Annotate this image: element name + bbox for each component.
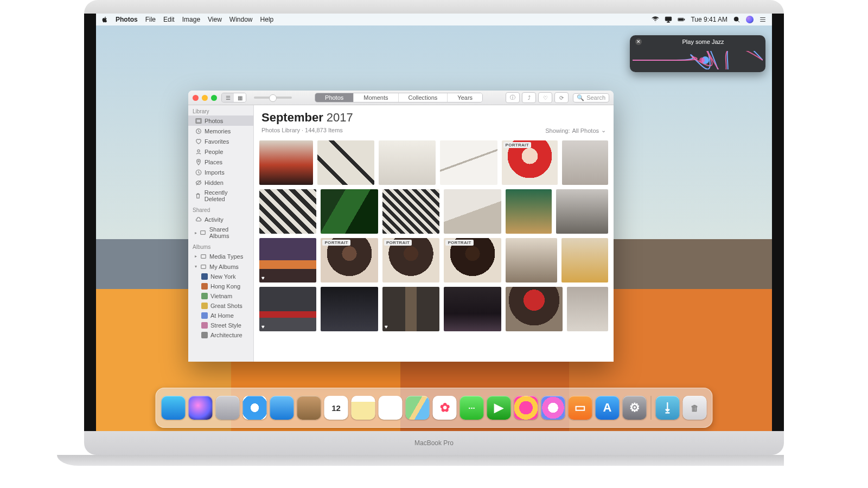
apple-menu-icon[interactable] [101, 16, 108, 23]
dock-calendar-icon[interactable]: 12 [324, 396, 348, 420]
airplay-icon[interactable] [665, 16, 672, 23]
photo-thumbnail[interactable]: PORTRAIT [444, 238, 501, 282]
rotate-button[interactable]: ⟳ [554, 92, 569, 103]
disclosure-triangle-icon[interactable]: ▸ [195, 254, 197, 259]
photo-thumbnail[interactable]: ♥ [259, 287, 316, 331]
photo-thumbnail[interactable] [506, 287, 563, 331]
sidebar-album-hong-kong[interactable]: Hong Kong [188, 281, 253, 291]
sidebar-item-places[interactable]: Places [188, 157, 253, 167]
dock-appstore-icon[interactable]: A [596, 396, 620, 420]
tab-moments[interactable]: Moments [354, 93, 398, 102]
sidebar-item-shared-albums[interactable]: ▸Shared Albums [188, 224, 253, 241]
photo-thumbnail[interactable] [444, 287, 501, 331]
dock-safari-icon[interactable] [243, 396, 267, 420]
window-minimize-button[interactable] [202, 95, 208, 101]
tab-years[interactable]: Years [448, 93, 482, 102]
sidebar-album-street-style[interactable]: Street Style [188, 320, 253, 330]
photo-thumbnail[interactable] [379, 140, 436, 185]
sidebar-item-recently-deleted[interactable]: Recently Deleted [188, 188, 253, 204]
sidebar-toggle-segment[interactable]: ☰ ▦ [221, 93, 246, 102]
dock-downloads-icon[interactable]: ⭳ [656, 396, 680, 420]
dock-photos-icon[interactable]: ✿ [433, 396, 457, 420]
photo-thumbnail[interactable] [321, 287, 378, 331]
menu-image[interactable]: Image [182, 16, 200, 23]
menu-file[interactable]: File [145, 16, 156, 23]
photo-thumbnail[interactable] [444, 189, 501, 234]
sidebar-item-favorites[interactable]: Favorites [188, 136, 253, 146]
photo-thumbnail[interactable] [562, 140, 608, 185]
siri-close-button[interactable]: ✕ [635, 38, 642, 45]
photo-thumbnail[interactable]: PORTRAIT [502, 140, 558, 185]
dock-trash-icon[interactable]: 🗑 [683, 396, 707, 420]
dock-siri-icon[interactable] [189, 396, 213, 420]
photo-thumbnail[interactable] [506, 238, 558, 282]
dock-reminders-icon[interactable] [379, 396, 403, 420]
photo-thumbnail[interactable]: PORTRAIT [382, 238, 439, 282]
photo-thumbnail[interactable] [561, 238, 608, 282]
search-field[interactable]: 🔍 Search [573, 93, 609, 102]
dock-ibooks-icon[interactable]: ▭ [569, 396, 592, 420]
dock-notes-icon[interactable] [352, 396, 375, 420]
photo-thumbnail[interactable] [259, 189, 316, 234]
menu-window[interactable]: Window [229, 16, 253, 23]
photo-thumbnail[interactable] [567, 287, 608, 331]
spotlight-icon[interactable] [733, 16, 741, 23]
sidebar-album-at-home[interactable]: At Home [188, 311, 253, 320]
window-titlebar[interactable]: ☰ ▦ Photos Moments Collections Years ⓘ [188, 91, 614, 105]
tab-photos[interactable]: Photos [315, 93, 354, 102]
dock-mail-icon[interactable] [270, 396, 294, 420]
menubar-app-name[interactable]: Photos [116, 16, 138, 23]
battery-icon[interactable] [678, 16, 685, 23]
sidebar-item-people[interactable]: People [188, 146, 253, 157]
sidebar-item-imports[interactable]: Imports [188, 167, 253, 177]
dock-itunes-icon[interactable]: ♪ [541, 396, 565, 420]
photo-thumbnail[interactable] [506, 189, 552, 234]
photo-thumbnail[interactable] [259, 140, 313, 185]
notification-center-icon[interactable] [759, 16, 767, 23]
sidebar-item-my-albums[interactable]: ▾My Albums [188, 261, 253, 272]
info-button[interactable]: ⓘ [506, 92, 520, 103]
sidebar-item-activity[interactable]: Activity [188, 214, 253, 224]
favorite-button[interactable]: ♡ [538, 92, 552, 103]
sidebar-item-memories[interactable]: Memories [188, 126, 253, 136]
menu-view[interactable]: View [208, 16, 222, 23]
window-zoom-button[interactable] [211, 95, 217, 101]
sidebar-item-hidden[interactable]: Hidden [188, 177, 253, 188]
dock-launchpad-icon[interactable] [216, 396, 240, 420]
share-button[interactable]: ⤴ [522, 92, 536, 103]
photo-thumbnail[interactable] [317, 140, 374, 185]
sidebar-item-photos[interactable]: Photos [188, 115, 253, 126]
photo-thumbnail[interactable] [321, 189, 378, 234]
sidebar-view-icon[interactable]: ☰ [222, 93, 234, 102]
window-close-button[interactable] [193, 95, 199, 101]
photo-thumbnail[interactable]: ♥ [382, 287, 439, 331]
siri-menubar-icon[interactable] [746, 16, 754, 23]
tab-collections[interactable]: Collections [399, 93, 448, 102]
showing-filter[interactable]: Showing: All Photos ⌄ [545, 127, 606, 134]
photo-thumbnail[interactable] [556, 189, 608, 234]
photo-thumbnail[interactable]: PORTRAIT [321, 238, 378, 282]
dock-facetime-icon[interactable]: ▶ [487, 396, 511, 420]
thumbnail-zoom-slider[interactable] [254, 97, 292, 99]
menubar-clock[interactable]: Tue 9:41 AM [691, 16, 727, 23]
photo-thumbnail[interactable] [382, 189, 439, 234]
dock-preferences-icon[interactable]: ⚙ [623, 396, 647, 420]
dock-finder-icon[interactable] [162, 396, 186, 420]
grid-view-icon[interactable]: ▦ [234, 93, 246, 102]
dock-photobooth-icon[interactable] [514, 396, 538, 420]
sidebar-album-vietnam[interactable]: Vietnam [188, 291, 253, 301]
dock-messages-icon[interactable]: ··· [460, 396, 484, 420]
disclosure-triangle-icon[interactable]: ▾ [195, 264, 197, 269]
dock-maps-icon[interactable] [406, 396, 430, 420]
menu-help[interactable]: Help [260, 16, 274, 23]
disclosure-triangle-icon[interactable]: ▸ [195, 230, 197, 235]
wifi-icon[interactable] [652, 16, 659, 23]
sidebar-album-architecture[interactable]: Architecture [188, 330, 253, 340]
dock-contacts-icon[interactable] [297, 396, 321, 420]
menu-edit[interactable]: Edit [163, 16, 175, 23]
sidebar-item-media-types[interactable]: ▸Media Types [188, 251, 253, 261]
sidebar-album-great-shots[interactable]: Great Shots [188, 301, 253, 311]
sidebar-album-new-york[interactable]: New York [188, 272, 253, 281]
photo-thumbnail[interactable]: ♥ [259, 238, 316, 282]
photo-thumbnail[interactable] [440, 140, 497, 185]
